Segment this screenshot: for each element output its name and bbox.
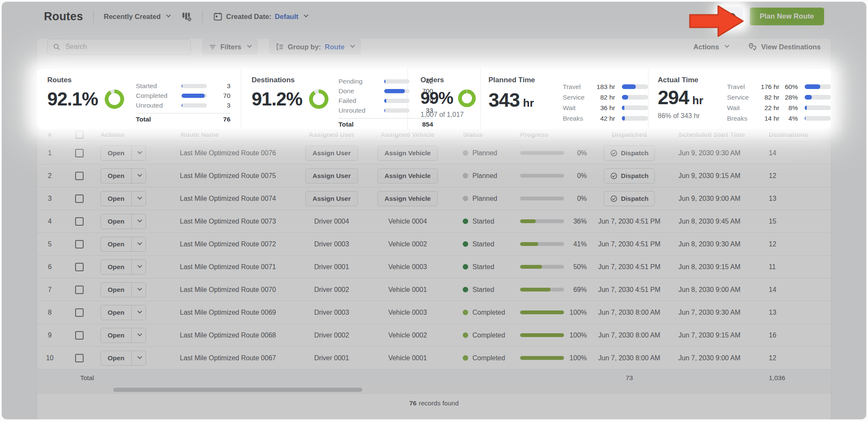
open-caret-button[interactable] xyxy=(131,169,146,183)
assign-user-button[interactable]: Assign User xyxy=(305,191,358,206)
search-input[interactable] xyxy=(65,43,185,51)
open-button-label[interactable]: Open xyxy=(101,192,131,206)
table-row[interactable]: 4 Open Last Mile Optimized Route 0073 Dr… xyxy=(37,210,831,233)
stat-label: Done xyxy=(339,87,384,95)
destinations-count: 12 xyxy=(761,172,831,180)
progress-percent: 69% xyxy=(564,286,587,294)
group-by-button[interactable]: Group by: Route xyxy=(269,39,361,55)
view-destinations-button[interactable]: View Destinations xyxy=(747,42,821,52)
scrollbar-thumb[interactable] xyxy=(113,388,362,392)
assign-vehicle-button[interactable]: Assign Vehicle xyxy=(377,191,438,206)
actions-dropdown[interactable]: Actions xyxy=(694,43,729,51)
open-caret-button[interactable] xyxy=(131,328,146,343)
open-button-label[interactable]: Open xyxy=(101,146,131,160)
open-caret-button[interactable] xyxy=(131,260,146,274)
open-split-button[interactable]: Open xyxy=(100,146,146,161)
open-button-label[interactable]: Open xyxy=(101,351,131,365)
row-checkbox[interactable] xyxy=(75,308,84,317)
table-row[interactable]: 10 Open Last Mile Optimized Route 0067 D… xyxy=(37,347,831,370)
open-button-label[interactable]: Open xyxy=(101,214,131,229)
routes-breakdown: Started 3Completed 70Unrouted 3Total 76 xyxy=(136,76,231,129)
table-row[interactable]: 6 Open Last Mile Optimized Route 0071 Dr… xyxy=(37,256,831,278)
open-split-button[interactable]: Open xyxy=(100,328,146,343)
table-row[interactable]: 7 Open Last Mile Optimized Route 0070 Dr… xyxy=(37,278,831,301)
row-number: 8 xyxy=(37,309,62,316)
row-checkbox[interactable] xyxy=(75,240,84,248)
open-button-label[interactable]: Open xyxy=(101,260,131,274)
open-button-label[interactable]: Open xyxy=(101,237,131,251)
open-button-label[interactable]: Open xyxy=(101,305,131,320)
open-caret-button[interactable] xyxy=(131,214,146,229)
assigned-vehicle-cell: Assign Vehicle xyxy=(364,168,451,184)
stats-routes-title: Routes xyxy=(47,76,124,84)
table-row[interactable]: 2 Open Last Mile Optimized Route 0075 As… xyxy=(37,165,831,187)
search-box[interactable] xyxy=(47,39,191,55)
time-bar xyxy=(805,116,831,121)
time-bar xyxy=(622,95,648,100)
table-settings-button[interactable] xyxy=(181,11,192,22)
stats-orders-percent: 99% xyxy=(420,89,453,108)
row-checkbox[interactable] xyxy=(75,172,84,180)
route-name: Last Mile Optimized Route 0076 xyxy=(176,149,299,157)
open-caret-button[interactable] xyxy=(131,351,146,365)
time-bar xyxy=(622,116,648,121)
row-number: 4 xyxy=(37,218,62,225)
stats-orders: Orders 99% 1,007 of 1,017 xyxy=(407,69,480,129)
open-split-button[interactable]: Open xyxy=(100,259,146,275)
stat-total-label: Total xyxy=(339,121,384,128)
open-split-button[interactable]: Open xyxy=(100,214,146,229)
open-caret-button[interactable] xyxy=(131,237,146,251)
table-row[interactable]: 8 Open Last Mile Optimized Route 0069 Dr… xyxy=(37,301,831,324)
sort-dropdown[interactable]: Recently Created xyxy=(104,13,170,21)
open-caret-button[interactable] xyxy=(131,283,146,297)
filters-button[interactable]: Filters xyxy=(202,39,258,55)
table-row[interactable]: 5 Open Last Mile Optimized Route 0072 Dr… xyxy=(37,233,831,256)
open-button-label[interactable]: Open xyxy=(101,169,131,183)
table-row[interactable]: 3 Open Last Mile Optimized Route 0074 As… xyxy=(37,187,831,210)
table-row[interactable]: 9 Open Last Mile Optimized Route 0068 Dr… xyxy=(37,324,831,347)
progress-percent: 0% xyxy=(564,172,587,180)
dispatched-cell: Dispatch xyxy=(590,191,668,206)
created-date-dropdown[interactable]: Created Date: Default xyxy=(213,11,308,22)
stat-row: Completed 70 xyxy=(136,92,231,100)
assign-user-button[interactable]: Assign User xyxy=(305,146,358,161)
open-split-button[interactable]: Open xyxy=(100,351,146,366)
dispatch-button[interactable]: Dispatch xyxy=(604,168,655,184)
open-caret-button[interactable] xyxy=(131,146,146,160)
open-split-button[interactable]: Open xyxy=(100,282,146,297)
row-checkbox[interactable] xyxy=(75,194,84,203)
open-button-label[interactable]: Open xyxy=(101,328,131,343)
assigned-vehicle-cell: Vehicle 0003 xyxy=(364,309,451,316)
dispatch-button[interactable]: Dispatch xyxy=(604,146,655,161)
row-checkbox[interactable] xyxy=(75,331,84,340)
plan-new-route-button[interactable]: Plan New Route xyxy=(750,8,824,25)
open-split-button[interactable]: Open xyxy=(100,168,146,184)
open-split-button[interactable]: Open xyxy=(100,305,146,320)
records-count: 76 xyxy=(409,399,416,407)
open-caret-button[interactable] xyxy=(131,192,146,206)
time-stat-row: Service 82 hr xyxy=(563,94,648,101)
open-split-button[interactable]: Open xyxy=(100,191,146,206)
table-row[interactable]: 1 Open Last Mile Optimized Route 0076 As… xyxy=(37,142,831,165)
open-split-button[interactable]: Open xyxy=(100,237,146,252)
row-checkbox[interactable] xyxy=(75,263,84,271)
select-all-checkbox[interactable] xyxy=(76,131,84,139)
open-button-label[interactable]: Open xyxy=(101,283,131,297)
row-checkbox[interactable] xyxy=(75,354,84,362)
dispatch-button[interactable]: Dispatch xyxy=(604,191,655,206)
column-header: Scheduled Start Time xyxy=(668,131,761,138)
time-stat-row: Service 82 hr 28% xyxy=(727,94,831,101)
column-header: Destinations xyxy=(761,131,831,138)
assign-vehicle-button[interactable]: Assign Vehicle xyxy=(377,168,438,184)
map-pins-icon xyxy=(747,42,757,52)
destinations-count: 16 xyxy=(761,332,831,339)
scheduled-start-time: Jun 7, 2030 9:00 AM xyxy=(668,354,761,362)
assign-vehicle-button[interactable]: Assign Vehicle xyxy=(377,146,438,161)
open-caret-button[interactable] xyxy=(131,305,146,320)
stat-bar xyxy=(182,103,207,108)
row-checkbox[interactable] xyxy=(75,286,84,294)
row-checkbox[interactable] xyxy=(75,149,84,157)
stats-actual-time-value: 294 xyxy=(658,86,689,108)
assign-user-button[interactable]: Assign User xyxy=(305,168,358,184)
row-checkbox[interactable] xyxy=(75,217,84,226)
